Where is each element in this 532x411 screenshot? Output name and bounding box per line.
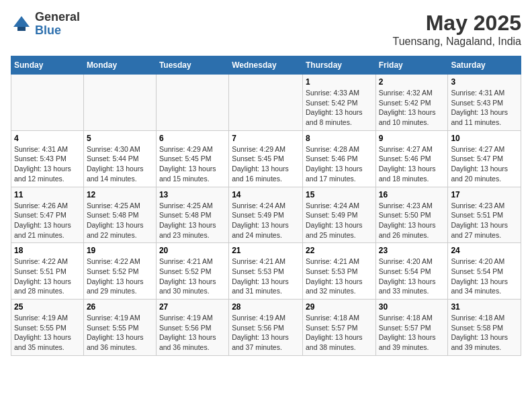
day-info: Sunrise: 4:27 AM Sunset: 5:46 PM Dayligh… xyxy=(379,144,445,184)
day-number: 7 xyxy=(232,134,300,143)
header-day-wednesday: Wednesday xyxy=(229,56,303,75)
day-info: Sunrise: 4:18 AM Sunset: 5:58 PM Dayligh… xyxy=(451,313,518,353)
day-info: Sunrise: 4:23 AM Sunset: 5:50 PM Dayligh… xyxy=(379,201,445,240)
day-number: 25 xyxy=(14,302,81,312)
day-info: Sunrise: 4:19 AM Sunset: 5:55 PM Dayligh… xyxy=(14,313,81,353)
day-info: Sunrise: 4:31 AM Sunset: 5:43 PM Dayligh… xyxy=(14,144,81,184)
calendar-cell: 2Sunrise: 4:32 AM Sunset: 5:42 PM Daylig… xyxy=(375,75,448,131)
calendar-cell: 14Sunrise: 4:24 AM Sunset: 5:49 PM Dayli… xyxy=(229,187,303,243)
day-number: 20 xyxy=(159,246,226,255)
day-info: Sunrise: 4:24 AM Sunset: 5:49 PM Dayligh… xyxy=(232,201,300,240)
calendar-cell: 3Sunrise: 4:31 AM Sunset: 5:43 PM Daylig… xyxy=(448,75,521,131)
calendar-cell: 8Sunrise: 4:28 AM Sunset: 5:46 PM Daylig… xyxy=(302,130,375,187)
calendar-cell: 25Sunrise: 4:19 AM Sunset: 5:55 PM Dayli… xyxy=(11,300,84,356)
day-number: 15 xyxy=(306,190,373,199)
calendar-cell: 15Sunrise: 4:24 AM Sunset: 5:49 PM Dayli… xyxy=(302,187,375,243)
day-info: Sunrise: 4:18 AM Sunset: 5:57 PM Dayligh… xyxy=(306,313,373,353)
page-header: General Blue May 2025 Tuensang, Nagaland… xyxy=(11,11,521,48)
day-info: Sunrise: 4:30 AM Sunset: 5:44 PM Dayligh… xyxy=(87,144,153,184)
day-info: Sunrise: 4:31 AM Sunset: 5:43 PM Dayligh… xyxy=(451,88,518,128)
calendar-week-row: 11Sunrise: 4:26 AM Sunset: 5:47 PM Dayli… xyxy=(11,187,521,243)
day-number: 26 xyxy=(87,302,153,312)
day-number: 16 xyxy=(379,190,445,199)
calendar-cell: 22Sunrise: 4:21 AM Sunset: 5:53 PM Dayli… xyxy=(302,243,375,300)
calendar-cell xyxy=(156,75,228,131)
header-day-thursday: Thursday xyxy=(302,56,375,75)
calendar-cell: 26Sunrise: 4:19 AM Sunset: 5:55 PM Dayli… xyxy=(83,300,156,356)
day-number: 29 xyxy=(306,302,373,312)
logo-text: General Blue xyxy=(35,11,80,38)
calendar-header: SundayMondayTuesdayWednesdayThursdayFrid… xyxy=(11,56,521,75)
calendar-cell: 16Sunrise: 4:23 AM Sunset: 5:50 PM Dayli… xyxy=(375,187,448,243)
header-day-sunday: Sunday xyxy=(11,56,84,75)
calendar-cell: 24Sunrise: 4:20 AM Sunset: 5:54 PM Dayli… xyxy=(448,243,521,300)
calendar-cell: 11Sunrise: 4:26 AM Sunset: 5:47 PM Dayli… xyxy=(11,187,84,243)
day-number: 21 xyxy=(232,246,300,255)
day-info: Sunrise: 4:19 AM Sunset: 5:56 PM Dayligh… xyxy=(159,313,226,353)
day-number: 6 xyxy=(159,134,226,143)
day-number: 13 xyxy=(159,190,226,199)
day-number: 8 xyxy=(306,134,373,143)
day-number: 3 xyxy=(451,77,518,87)
day-number: 10 xyxy=(451,134,518,143)
logo-blue-text: Blue xyxy=(35,24,80,38)
day-number: 5 xyxy=(87,134,153,143)
day-info: Sunrise: 4:26 AM Sunset: 5:47 PM Dayligh… xyxy=(14,201,81,240)
calendar-week-row: 1Sunrise: 4:33 AM Sunset: 5:42 PM Daylig… xyxy=(11,75,521,131)
calendar-cell xyxy=(83,75,156,131)
day-number: 11 xyxy=(14,190,81,199)
day-info: Sunrise: 4:18 AM Sunset: 5:57 PM Dayligh… xyxy=(379,313,445,353)
calendar-cell: 9Sunrise: 4:27 AM Sunset: 5:46 PM Daylig… xyxy=(375,130,448,187)
day-info: Sunrise: 4:29 AM Sunset: 5:45 PM Dayligh… xyxy=(159,144,226,184)
day-info: Sunrise: 4:25 AM Sunset: 5:48 PM Dayligh… xyxy=(159,201,226,240)
day-number: 19 xyxy=(87,246,153,255)
day-info: Sunrise: 4:21 AM Sunset: 5:53 PM Dayligh… xyxy=(232,257,300,296)
calendar-week-row: 25Sunrise: 4:19 AM Sunset: 5:55 PM Dayli… xyxy=(11,300,521,356)
calendar-cell: 12Sunrise: 4:25 AM Sunset: 5:48 PM Dayli… xyxy=(83,187,156,243)
logo-general-text: General xyxy=(35,11,80,24)
logo-icon xyxy=(11,13,32,35)
calendar-body: 1Sunrise: 4:33 AM Sunset: 5:42 PM Daylig… xyxy=(11,75,521,356)
day-number: 27 xyxy=(159,302,226,312)
calendar-cell: 30Sunrise: 4:18 AM Sunset: 5:57 PM Dayli… xyxy=(375,300,448,356)
calendar-cell: 23Sunrise: 4:20 AM Sunset: 5:54 PM Dayli… xyxy=(375,243,448,300)
header-day-friday: Friday xyxy=(375,56,448,75)
calendar-cell xyxy=(11,75,84,131)
calendar-cell: 4Sunrise: 4:31 AM Sunset: 5:43 PM Daylig… xyxy=(11,130,84,187)
calendar-week-row: 18Sunrise: 4:22 AM Sunset: 5:51 PM Dayli… xyxy=(11,243,521,300)
day-number: 12 xyxy=(87,190,153,199)
calendar-cell: 10Sunrise: 4:27 AM Sunset: 5:47 PM Dayli… xyxy=(448,130,521,187)
calendar-cell: 5Sunrise: 4:30 AM Sunset: 5:44 PM Daylig… xyxy=(83,130,156,187)
calendar-cell: 18Sunrise: 4:22 AM Sunset: 5:51 PM Dayli… xyxy=(11,243,84,300)
calendar-cell: 29Sunrise: 4:18 AM Sunset: 5:57 PM Dayli… xyxy=(302,300,375,356)
day-info: Sunrise: 4:25 AM Sunset: 5:48 PM Dayligh… xyxy=(87,201,153,240)
day-info: Sunrise: 4:21 AM Sunset: 5:52 PM Dayligh… xyxy=(159,257,226,296)
calendar-cell: 7Sunrise: 4:29 AM Sunset: 5:45 PM Daylig… xyxy=(229,130,303,187)
calendar-cell: 6Sunrise: 4:29 AM Sunset: 5:45 PM Daylig… xyxy=(156,130,228,187)
calendar-week-row: 4Sunrise: 4:31 AM Sunset: 5:43 PM Daylig… xyxy=(11,130,521,187)
svg-marker-0 xyxy=(13,16,30,27)
day-info: Sunrise: 4:27 AM Sunset: 5:47 PM Dayligh… xyxy=(451,144,518,184)
calendar-cell xyxy=(229,75,303,131)
header-day-tuesday: Tuesday xyxy=(156,56,228,75)
day-info: Sunrise: 4:28 AM Sunset: 5:46 PM Dayligh… xyxy=(306,144,373,184)
day-number: 18 xyxy=(14,246,81,255)
day-info: Sunrise: 4:23 AM Sunset: 5:51 PM Dayligh… xyxy=(451,201,518,240)
day-info: Sunrise: 4:32 AM Sunset: 5:42 PM Dayligh… xyxy=(379,88,445,128)
month-year-title: May 2025 xyxy=(392,11,521,36)
calendar-cell: 19Sunrise: 4:22 AM Sunset: 5:52 PM Dayli… xyxy=(83,243,156,300)
calendar-cell: 31Sunrise: 4:18 AM Sunset: 5:58 PM Dayli… xyxy=(448,300,521,356)
day-number: 22 xyxy=(306,246,373,255)
day-number: 2 xyxy=(379,77,445,87)
day-number: 28 xyxy=(232,302,300,312)
day-number: 1 xyxy=(306,77,373,87)
calendar-table: SundayMondayTuesdayWednesdayThursdayFrid… xyxy=(11,56,521,356)
day-info: Sunrise: 4:19 AM Sunset: 5:55 PM Dayligh… xyxy=(87,313,153,353)
header-day-monday: Monday xyxy=(83,56,156,75)
day-number: 14 xyxy=(232,190,300,199)
day-info: Sunrise: 4:19 AM Sunset: 5:56 PM Dayligh… xyxy=(232,313,300,353)
day-number: 9 xyxy=(379,134,445,143)
day-info: Sunrise: 4:33 AM Sunset: 5:42 PM Dayligh… xyxy=(306,88,373,128)
day-number: 23 xyxy=(379,246,445,255)
calendar-cell: 27Sunrise: 4:19 AM Sunset: 5:56 PM Dayli… xyxy=(156,300,228,356)
